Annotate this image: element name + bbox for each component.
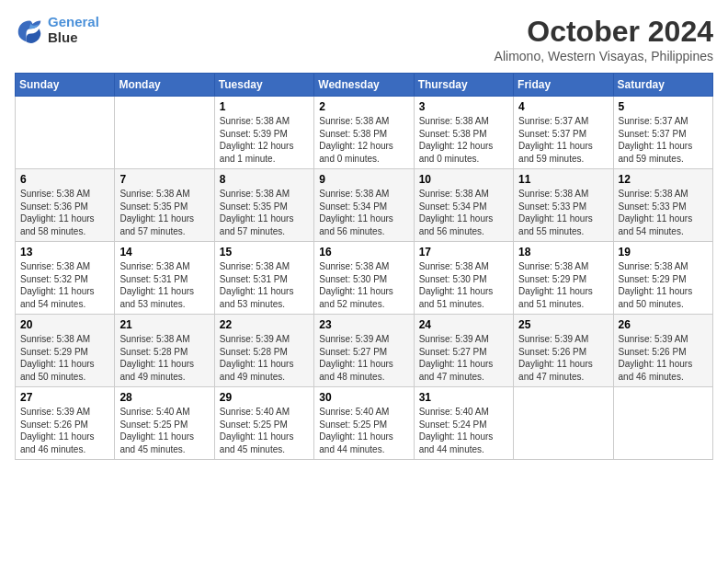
calendar-cell: 16Sunrise: 5:38 AMSunset: 5:30 PMDayligh…	[314, 242, 414, 315]
calendar-cell: 31Sunrise: 5:40 AMSunset: 5:24 PMDayligh…	[414, 387, 513, 460]
calendar-cell	[613, 387, 712, 460]
calendar-cell: 20Sunrise: 5:38 AMSunset: 5:29 PMDayligh…	[16, 315, 115, 387]
day-number: 4	[518, 100, 608, 113]
calendar-cell: 17Sunrise: 5:38 AMSunset: 5:30 PMDayligh…	[414, 242, 513, 315]
logo-line1: General	[48, 15, 99, 30]
calendar-cell: 27Sunrise: 5:39 AMSunset: 5:26 PMDayligh…	[16, 387, 115, 460]
day-number: 7	[119, 173, 209, 186]
cell-content: Sunrise: 5:38 AMSunset: 5:33 PMDaylight:…	[619, 188, 708, 237]
calendar-cell: 25Sunrise: 5:39 AMSunset: 5:26 PMDayligh…	[514, 315, 613, 387]
cell-content: Sunrise: 5:39 AMSunset: 5:28 PMDaylight:…	[220, 333, 309, 383]
day-number: 20	[20, 318, 109, 331]
cell-content: Sunrise: 5:37 AMSunset: 5:37 PMDaylight:…	[518, 115, 608, 165]
cell-content: Sunrise: 5:38 AMSunset: 5:30 PMDaylight:…	[419, 260, 508, 310]
calendar-cell: 13Sunrise: 5:38 AMSunset: 5:32 PMDayligh…	[16, 242, 115, 315]
cell-content: Sunrise: 5:40 AMSunset: 5:25 PMDaylight:…	[119, 406, 209, 455]
cell-content: Sunrise: 5:38 AMSunset: 5:39 PMDaylight:…	[220, 115, 309, 165]
cell-content: Sunrise: 5:38 AMSunset: 5:29 PMDaylight:…	[619, 260, 708, 310]
day-number: 5	[619, 100, 708, 113]
calendar-table: Sunday Monday Tuesday Wednesday Thursday…	[15, 73, 713, 460]
calendar-cell: 14Sunrise: 5:38 AMSunset: 5:31 PMDayligh…	[115, 242, 214, 315]
cell-content: Sunrise: 5:38 AMSunset: 5:38 PMDaylight:…	[319, 115, 408, 165]
day-number: 13	[20, 246, 109, 259]
day-number: 22	[220, 318, 309, 331]
day-number: 6	[20, 173, 109, 186]
calendar-cell	[514, 387, 613, 460]
col-thursday: Thursday	[414, 74, 513, 97]
cell-content: Sunrise: 5:38 AMSunset: 5:35 PMDaylight:…	[119, 188, 209, 237]
cell-content: Sunrise: 5:40 AMSunset: 5:25 PMDaylight:…	[319, 406, 408, 455]
logo: General Blue	[15, 15, 99, 45]
calendar-cell: 24Sunrise: 5:39 AMSunset: 5:27 PMDayligh…	[414, 315, 513, 387]
calendar-cell: 22Sunrise: 5:39 AMSunset: 5:28 PMDayligh…	[214, 315, 313, 387]
calendar-cell: 8Sunrise: 5:38 AMSunset: 5:35 PMDaylight…	[214, 169, 313, 242]
calendar-week-3: 13Sunrise: 5:38 AMSunset: 5:32 PMDayligh…	[16, 242, 713, 315]
day-number: 18	[518, 246, 608, 259]
day-number: 1	[220, 100, 309, 113]
cell-content: Sunrise: 5:40 AMSunset: 5:25 PMDaylight:…	[220, 406, 309, 455]
day-number: 2	[319, 100, 408, 113]
col-sunday: Sunday	[16, 74, 115, 97]
cell-content: Sunrise: 5:38 AMSunset: 5:31 PMDaylight:…	[119, 260, 209, 310]
title-block: October 2024 Alimono, Western Visayas, P…	[495, 15, 713, 63]
calendar-cell: 29Sunrise: 5:40 AMSunset: 5:25 PMDayligh…	[214, 387, 313, 460]
calendar-cell: 19Sunrise: 5:38 AMSunset: 5:29 PMDayligh…	[613, 242, 712, 315]
calendar-cell: 23Sunrise: 5:39 AMSunset: 5:27 PMDayligh…	[314, 315, 414, 387]
day-number: 14	[119, 246, 209, 259]
calendar-cell	[115, 97, 214, 169]
cell-content: Sunrise: 5:38 AMSunset: 5:29 PMDaylight:…	[20, 333, 109, 383]
calendar-cell: 11Sunrise: 5:38 AMSunset: 5:33 PMDayligh…	[514, 169, 613, 242]
calendar-week-4: 20Sunrise: 5:38 AMSunset: 5:29 PMDayligh…	[16, 315, 713, 387]
cell-content: Sunrise: 5:40 AMSunset: 5:24 PMDaylight:…	[419, 406, 508, 455]
calendar-cell: 5Sunrise: 5:37 AMSunset: 5:37 PMDaylight…	[613, 97, 712, 169]
col-tuesday: Tuesday	[214, 74, 313, 97]
day-number: 15	[220, 246, 309, 259]
cell-content: Sunrise: 5:38 AMSunset: 5:30 PMDaylight:…	[319, 260, 408, 310]
col-friday: Friday	[514, 74, 613, 97]
calendar-cell: 4Sunrise: 5:37 AMSunset: 5:37 PMDaylight…	[514, 97, 613, 169]
calendar-cell: 1Sunrise: 5:38 AMSunset: 5:39 PMDaylight…	[214, 97, 313, 169]
calendar-cell: 3Sunrise: 5:38 AMSunset: 5:38 PMDaylight…	[414, 97, 513, 169]
col-monday: Monday	[115, 74, 214, 97]
day-number: 9	[319, 173, 408, 186]
logo-line2: Blue	[48, 30, 99, 46]
day-number: 12	[619, 173, 708, 186]
calendar-week-5: 27Sunrise: 5:39 AMSunset: 5:26 PMDayligh…	[16, 387, 713, 460]
day-number: 11	[518, 173, 608, 186]
calendar-week-2: 6Sunrise: 5:38 AMSunset: 5:36 PMDaylight…	[16, 169, 713, 242]
day-number: 16	[319, 246, 408, 259]
calendar-cell: 21Sunrise: 5:38 AMSunset: 5:28 PMDayligh…	[115, 315, 214, 387]
day-number: 25	[518, 318, 608, 331]
day-number: 29	[220, 391, 309, 404]
calendar-cell: 9Sunrise: 5:38 AMSunset: 5:34 PMDaylight…	[314, 169, 414, 242]
calendar-cell: 10Sunrise: 5:38 AMSunset: 5:34 PMDayligh…	[414, 169, 513, 242]
calendar-cell: 18Sunrise: 5:38 AMSunset: 5:29 PMDayligh…	[514, 242, 613, 315]
day-number: 17	[419, 246, 508, 259]
day-number: 23	[319, 318, 408, 331]
cell-content: Sunrise: 5:38 AMSunset: 5:35 PMDaylight:…	[220, 188, 309, 237]
day-number: 28	[119, 391, 209, 404]
location-subtitle: Alimono, Western Visayas, Philippines	[495, 49, 713, 63]
cell-content: Sunrise: 5:38 AMSunset: 5:33 PMDaylight:…	[518, 188, 608, 237]
day-number: 8	[220, 173, 309, 186]
calendar-cell: 26Sunrise: 5:39 AMSunset: 5:26 PMDayligh…	[613, 315, 712, 387]
col-saturday: Saturday	[613, 74, 712, 97]
day-number: 27	[20, 391, 109, 404]
calendar-cell: 6Sunrise: 5:38 AMSunset: 5:36 PMDaylight…	[16, 169, 115, 242]
calendar-week-1: 1Sunrise: 5:38 AMSunset: 5:39 PMDaylight…	[16, 97, 713, 169]
col-wednesday: Wednesday	[314, 74, 414, 97]
cell-content: Sunrise: 5:38 AMSunset: 5:32 PMDaylight:…	[20, 260, 109, 310]
cell-content: Sunrise: 5:38 AMSunset: 5:29 PMDaylight:…	[518, 260, 608, 310]
cell-content: Sunrise: 5:39 AMSunset: 5:26 PMDaylight:…	[518, 333, 608, 383]
logo-icon	[15, 17, 44, 43]
day-number: 31	[419, 391, 508, 404]
day-number: 3	[419, 100, 508, 113]
day-number: 26	[619, 318, 708, 331]
day-number: 24	[419, 318, 508, 331]
month-year-title: October 2024	[495, 15, 713, 49]
day-number: 30	[319, 391, 408, 404]
day-number: 19	[619, 246, 708, 259]
day-number: 21	[119, 318, 209, 331]
cell-content: Sunrise: 5:39 AMSunset: 5:27 PMDaylight:…	[419, 333, 508, 383]
cell-content: Sunrise: 5:38 AMSunset: 5:28 PMDaylight:…	[119, 333, 209, 383]
